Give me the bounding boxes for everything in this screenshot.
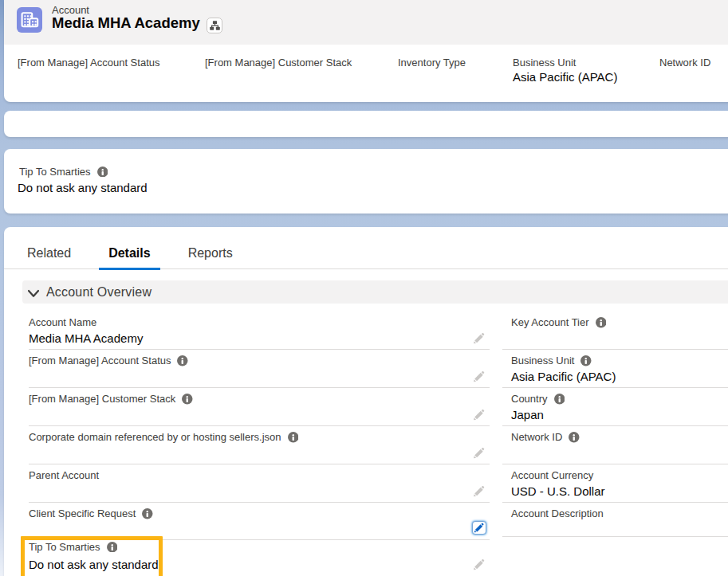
section-title: Account Overview (46, 285, 152, 300)
page-title: Media MHA Academy (52, 13, 200, 33)
highlight-field: [From Manage] Customer Stack (205, 57, 352, 69)
detail-column-right: Key Account Tier Business Unit Asia Paci… (502, 312, 728, 537)
field-row-network-id: Network ID (502, 426, 728, 464)
field-label: Tip To Smarties (29, 541, 100, 554)
field-label: [From Manage] Account Status (29, 355, 171, 367)
info-icon[interactable] (142, 508, 153, 519)
edit-icon[interactable] (472, 445, 486, 460)
detail-column-left: Account Name Media MHA Academy [From Man… (29, 312, 490, 576)
info-icon[interactable] (182, 394, 193, 405)
field-label: Account Name (29, 316, 96, 329)
chevron-down-icon (28, 287, 39, 298)
field-row-key-account-tier: Key Account Tier (502, 312, 728, 350)
field-value: Do not ask any standard (29, 558, 159, 571)
edit-icon-active[interactable] (472, 521, 486, 535)
highlight-field: Network ID (659, 57, 710, 69)
field-value: Media MHA Academy (29, 331, 143, 345)
field-row-from-manage-account-status: [From Manage] Account Status (29, 350, 490, 388)
info-icon[interactable] (177, 355, 188, 366)
field-row-country: Country Japan (502, 388, 728, 426)
highlight-field-value: Asia Pacific (APAC) (513, 69, 617, 84)
tip-card-label-row: Tip To Smarties (19, 166, 108, 178)
field-label: Corporate domain referenced by or hostin… (29, 431, 281, 444)
edit-icon[interactable] (472, 484, 486, 498)
highlight-field-label: Network ID (659, 57, 710, 69)
field-row-tip-to-smarties: Tip To Smarties Do not ask any standard (29, 540, 490, 576)
tip-card-label: Tip To Smarties (19, 166, 91, 178)
tab-reports[interactable]: Reports (179, 237, 242, 270)
field-label: Parent Account (29, 469, 99, 482)
field-label: Account Currency (511, 469, 593, 482)
edit-icon[interactable] (472, 331, 486, 345)
account-record-page: Account Media MHA Academy [From Manage] … (0, 0, 728, 576)
info-icon[interactable] (569, 432, 580, 443)
field-value: USD - U.S. Dollar (511, 484, 605, 498)
field-value: Asia Pacific (APAC) (511, 370, 616, 383)
field-label: Client Specific Request (29, 507, 136, 520)
highlight-field-label: Inventory Type (398, 57, 466, 69)
info-icon[interactable] (580, 355, 592, 366)
info-icon[interactable] (596, 317, 607, 328)
field-row-account-description: Account Description (502, 503, 728, 537)
info-icon[interactable] (554, 394, 565, 405)
field-label: [From Manage] Customer Stack (29, 393, 175, 406)
field-label: Account Description (511, 507, 604, 520)
info-icon[interactable] (107, 542, 118, 553)
record-detail-card: Related Details Reports Account Overview… (4, 227, 728, 576)
tip-card: Tip To Smarties Do not ask any standard (4, 149, 728, 214)
section-account-overview[interactable]: Account Overview (22, 280, 728, 304)
account-hierarchy-button[interactable] (207, 18, 222, 33)
field-row-parent-account: Parent Account (29, 464, 490, 503)
highlight-field: Business Unit Asia Pacific (APAC) (513, 57, 617, 84)
highlight-field-label: Business Unit (513, 57, 617, 69)
field-row-client-specific-request: Client Specific Request (29, 503, 490, 540)
field-row-corporate-domain: Corporate domain referenced by or hostin… (29, 426, 490, 464)
edit-icon[interactable] (472, 557, 486, 571)
record-header-top: Account Media MHA Academy (4, 0, 728, 45)
empty-card (4, 111, 728, 137)
field-label: Key Account Tier (511, 316, 589, 329)
record-header-card: Account Media MHA Academy [From Manage] … (4, 0, 728, 102)
edit-icon[interactable] (472, 369, 486, 383)
field-label: Business Unit (511, 355, 574, 367)
field-label: Network ID (511, 431, 562, 444)
highlight-field-label: [From Manage] Account Status (18, 57, 159, 69)
record-tabs: Related Details Reports (18, 237, 242, 270)
highlight-field: [From Manage] Account Status (18, 57, 159, 69)
field-value: Japan (511, 408, 544, 421)
info-icon[interactable] (97, 167, 108, 178)
account-entity-icon (17, 7, 42, 33)
edit-icon[interactable] (472, 407, 486, 421)
field-row-business-unit: Business Unit Asia Pacific (APAC) (502, 350, 728, 388)
highlight-field: Inventory Type (398, 57, 466, 69)
tab-related[interactable]: Related (18, 237, 81, 270)
info-icon[interactable] (288, 432, 299, 443)
hierarchy-icon (210, 21, 220, 30)
highlight-field-label: [From Manage] Customer Stack (205, 57, 352, 69)
field-label: Country (511, 393, 548, 406)
field-row-account-currency: Account Currency USD - U.S. Dollar (502, 464, 728, 503)
tip-card-value: Do not ask any standard (18, 181, 148, 194)
tab-details[interactable]: Details (99, 237, 159, 270)
field-row-from-manage-customer-stack: [From Manage] Customer Stack (29, 388, 490, 426)
field-row-account-name: Account Name Media MHA Academy (29, 312, 490, 350)
